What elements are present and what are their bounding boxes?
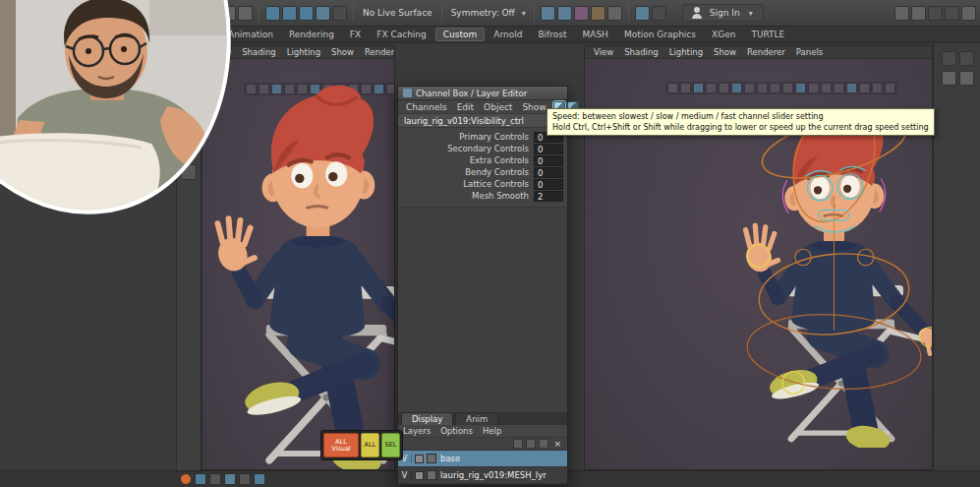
all-button[interactable]: ALL bbox=[361, 433, 379, 457]
timeline-icon[interactable] bbox=[195, 473, 206, 485]
menu-options[interactable]: Options bbox=[435, 426, 478, 436]
wireframe-display-icon[interactable] bbox=[757, 83, 768, 93]
menu-shading[interactable]: Shading bbox=[237, 47, 281, 57]
timeline-icon[interactable] bbox=[239, 473, 251, 485]
snap-to-curve-icon[interactable] bbox=[282, 6, 297, 21]
shaded-display-icon[interactable] bbox=[770, 83, 780, 93]
left-viewport[interactable]: View Shading Lighting Show Renderer Pane… bbox=[202, 45, 395, 470]
menu-object[interactable]: Object bbox=[479, 102, 517, 112]
xray-display-icon[interactable] bbox=[859, 83, 870, 93]
tab-anim[interactable]: Anim bbox=[455, 412, 498, 425]
timeline-icon[interactable] bbox=[254, 473, 265, 485]
interactive-playback-icon[interactable] bbox=[652, 6, 666, 21]
layer-name[interactable]: laurig_rig_v019:MESH_lyr bbox=[440, 470, 547, 480]
pause-viewport-icon[interactable] bbox=[635, 6, 650, 21]
layer-row[interactable]: V laurig_rig_v019:MESH_lyr bbox=[398, 467, 567, 484]
exposure-icon[interactable] bbox=[872, 83, 883, 93]
modeling-toolkit-icon[interactable] bbox=[959, 51, 974, 66]
attribute-value-field[interactable]: 0 bbox=[534, 179, 563, 190]
menu-view[interactable]: View bbox=[206, 47, 236, 57]
select-camera-icon[interactable] bbox=[667, 83, 678, 93]
outliner-toggle-icon[interactable] bbox=[911, 6, 926, 21]
render-sequence-icon[interactable] bbox=[591, 6, 605, 21]
shelf-tab-animation[interactable]: Animation bbox=[221, 29, 280, 40]
shelf-tab-xgen[interactable]: XGen bbox=[705, 29, 742, 40]
shadows-icon[interactable] bbox=[808, 83, 819, 93]
move-layer-up-icon[interactable] bbox=[513, 439, 523, 449]
render-settings-icon[interactable] bbox=[607, 6, 622, 21]
use-all-lights-icon[interactable] bbox=[795, 83, 806, 93]
isolate-select-icon[interactable] bbox=[846, 83, 857, 93]
select-by-component-icon[interactable] bbox=[238, 6, 253, 21]
snap-to-view-plane-icon[interactable] bbox=[316, 6, 330, 21]
layer-type-toggle[interactable] bbox=[415, 455, 424, 463]
tool-settings-toggle-icon[interactable] bbox=[961, 6, 976, 21]
menu-help[interactable]: Help bbox=[478, 426, 506, 436]
delete-layer-icon[interactable]: × bbox=[551, 439, 563, 449]
shelf-tab-arnold[interactable]: Arnold bbox=[487, 29, 529, 40]
shelf-tab-mash[interactable]: MASH bbox=[575, 29, 614, 40]
menu-edit[interactable]: Edit bbox=[452, 102, 479, 112]
menu-renderer[interactable]: Renderer bbox=[742, 47, 790, 57]
menu-view[interactable]: View bbox=[589, 47, 618, 57]
channel-box-toggle-icon[interactable] bbox=[928, 6, 943, 21]
paint-selection-tool-icon[interactable] bbox=[181, 96, 197, 112]
textured-display-icon[interactable] bbox=[782, 83, 793, 93]
lasso-tool-icon[interactable] bbox=[181, 74, 197, 90]
shelf-tab-custom[interactable]: Custom bbox=[435, 28, 485, 41]
menu-show[interactable]: Show bbox=[709, 47, 741, 57]
lock-camera-icon[interactable] bbox=[680, 83, 691, 93]
channel-box-titlebar[interactable]: Channel Box / Layer Editor bbox=[398, 87, 567, 100]
layer-visibility-toggle[interactable]: V bbox=[398, 471, 412, 480]
open-render-view-icon[interactable] bbox=[541, 6, 555, 21]
menu-shading[interactable]: Shading bbox=[619, 47, 663, 57]
workspace-selector-icon[interactable] bbox=[894, 6, 909, 21]
new-empty-layer-icon[interactable] bbox=[526, 439, 536, 449]
live-surface-label[interactable]: No Live Surface bbox=[360, 8, 435, 18]
attribute-editor-toggle-icon[interactable] bbox=[945, 6, 959, 21]
attribute-value-field[interactable]: 0 bbox=[534, 167, 563, 178]
layer-name[interactable]: base bbox=[440, 454, 460, 463]
menu-lighting[interactable]: Lighting bbox=[664, 47, 708, 57]
snap-to-point-icon[interactable] bbox=[299, 6, 314, 21]
timeline-icon[interactable] bbox=[224, 473, 236, 485]
layer-color-swatch[interactable] bbox=[427, 470, 436, 480]
shelf-tab-fx[interactable]: FX bbox=[343, 29, 368, 40]
attribute-value-field[interactable]: 0 bbox=[534, 144, 563, 154]
scale-tool-icon[interactable] bbox=[181, 164, 197, 180]
sculpting-panel-icon[interactable] bbox=[942, 51, 956, 66]
menu-lighting[interactable]: Lighting bbox=[282, 47, 325, 57]
selected-object-name[interactable]: laurig_rig_v019:Visibility_ctrl bbox=[398, 114, 567, 128]
gamma-icon[interactable] bbox=[885, 83, 895, 93]
sel-button[interactable]: SEL bbox=[381, 433, 400, 457]
layer-color-swatch[interactable] bbox=[427, 454, 436, 463]
shelf-tab-motion-graphics[interactable]: Motion Graphics bbox=[617, 29, 703, 40]
shelf-tab-fx-caching[interactable]: FX Caching bbox=[370, 29, 433, 40]
move-tool-icon[interactable] bbox=[181, 119, 197, 135]
motion-blur-icon[interactable] bbox=[834, 83, 844, 93]
sign-in-button[interactable]: Sign In ▾ bbox=[682, 4, 764, 22]
camera-attributes-icon[interactable] bbox=[693, 83, 704, 93]
screen-space-ao-icon[interactable] bbox=[821, 83, 832, 93]
new-layer-from-selected-icon[interactable] bbox=[539, 439, 548, 449]
record-dot-icon[interactable] bbox=[180, 473, 192, 485]
rotate-tool-icon[interactable] bbox=[181, 142, 197, 157]
ipr-render-icon[interactable] bbox=[574, 6, 589, 21]
menu-channels[interactable]: Channels bbox=[401, 102, 452, 112]
menu-show[interactable]: Show bbox=[326, 47, 359, 57]
all-visual-button[interactable]: ALL Visual bbox=[323, 433, 359, 457]
menu-layers[interactable]: Layers bbox=[398, 426, 435, 436]
2d-pan-zoom-icon[interactable] bbox=[731, 83, 742, 93]
menu-panels[interactable]: Panels bbox=[791, 47, 828, 57]
select-by-object-icon[interactable] bbox=[221, 6, 236, 21]
layer-type-toggle[interactable] bbox=[415, 471, 424, 480]
layer-row[interactable]: V base bbox=[398, 451, 567, 467]
character-controls-icon[interactable] bbox=[942, 71, 956, 86]
snap-to-grid-icon[interactable] bbox=[265, 6, 280, 21]
grease-pencil-icon[interactable] bbox=[744, 83, 755, 93]
select-tool-icon[interactable] bbox=[181, 51, 197, 67]
attribute-value-field[interactable]: 0 bbox=[534, 155, 563, 166]
symmetry-label[interactable]: Symmetry: Off bbox=[448, 8, 518, 18]
attribute-value-field[interactable]: 2 bbox=[534, 191, 563, 202]
shelf-tab-turtle[interactable]: TURTLE bbox=[744, 29, 791, 40]
